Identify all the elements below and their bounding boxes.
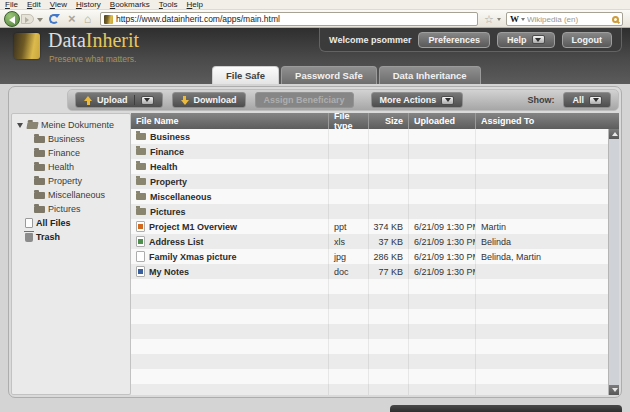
bookmark-star-icon[interactable]: ☆ xyxy=(484,10,494,28)
sidebar-item-pictures[interactable]: Pictures xyxy=(12,202,130,216)
help-button[interactable]: Help xyxy=(497,32,555,48)
assigned-to xyxy=(476,159,608,174)
column-header-uploaded[interactable]: Uploaded xyxy=(409,113,476,129)
upload-label: Upload xyxy=(97,95,128,105)
menu-tools[interactable]: Tools xyxy=(159,0,178,9)
file-type xyxy=(329,189,369,204)
empty-table-row xyxy=(131,309,608,324)
tab-file-safe[interactable]: File Safe xyxy=(212,66,279,84)
folder-icon xyxy=(136,193,146,200)
root-folder-label: Meine Dokumente xyxy=(41,120,114,130)
search-input[interactable] xyxy=(527,15,610,24)
datainherit-logo xyxy=(14,33,40,59)
more-actions-dropdown-icon[interactable] xyxy=(441,96,454,105)
all-files-label: All Files xyxy=(36,218,71,228)
show-filter-dropdown-icon[interactable] xyxy=(589,96,602,105)
show-filter-dropdown[interactable]: All xyxy=(563,92,611,108)
sidebar-item-property[interactable]: Property xyxy=(12,174,130,188)
table-row[interactable]: Address Listxls37 KB6/21/09 1:30 PMBelin… xyxy=(131,234,608,249)
table-row[interactable]: Miscellaneous xyxy=(131,189,608,204)
download-button[interactable]: Download xyxy=(172,92,246,108)
search-icon[interactable] xyxy=(612,16,619,23)
table-row[interactable]: Project M1 Overviewppt374 KB6/21/09 1:30… xyxy=(131,219,608,234)
history-dropdown-icon[interactable] xyxy=(37,18,43,22)
table-row[interactable]: Property xyxy=(131,174,608,189)
sidebar-item-miscellaneous[interactable]: Miscellaneous xyxy=(12,188,130,202)
ppt-icon xyxy=(136,221,145,232)
table-row[interactable]: Finance xyxy=(131,144,608,159)
table-row[interactable]: Health xyxy=(131,159,608,174)
upload-dropdown-icon[interactable] xyxy=(141,96,154,105)
stop-icon[interactable]: × xyxy=(68,10,76,28)
home-icon[interactable]: ⌂ xyxy=(84,10,91,28)
help-dropdown-icon[interactable] xyxy=(532,35,545,44)
scrollbar-up-button[interactable] xyxy=(609,129,619,139)
main-tabs: File SafePassword SafeData Inheritance xyxy=(212,66,481,84)
logout-button[interactable]: Logout xyxy=(562,32,613,48)
assigned-to: Belinda xyxy=(476,234,608,249)
preferences-button[interactable]: Preferences xyxy=(418,32,490,48)
search-engine-dropdown-icon[interactable] xyxy=(521,18,525,21)
browser-navbar: × ⌂ ☆ W xyxy=(0,10,630,28)
sidebar-item-business[interactable]: Business xyxy=(12,132,130,146)
assigned-to xyxy=(476,204,608,219)
forward-button[interactable] xyxy=(21,14,34,24)
column-header-file-name[interactable]: File Name xyxy=(131,113,329,129)
table-row[interactable]: Business xyxy=(131,129,608,144)
empty-table-row xyxy=(131,294,608,309)
scrollbar-down-button[interactable] xyxy=(609,385,619,395)
search-box[interactable]: W xyxy=(506,12,623,26)
refresh-icon[interactable] xyxy=(49,14,59,24)
search-engine-icon[interactable]: W xyxy=(510,14,519,24)
menu-view[interactable]: View xyxy=(50,0,67,9)
sidebar-item-finance[interactable]: Finance xyxy=(12,146,130,160)
file-name: Finance xyxy=(150,147,184,157)
column-header-size[interactable]: Size xyxy=(369,113,409,129)
doc-icon xyxy=(136,266,145,277)
file-size xyxy=(369,159,409,174)
more-actions-button[interactable]: More Actions xyxy=(371,92,464,108)
trash-icon xyxy=(25,233,33,242)
app-header: DataInherit Preserve what matters. Welco… xyxy=(0,28,630,84)
menu-bookmarks[interactable]: Bookmarks xyxy=(110,0,150,9)
assign-beneficiary-label: Assign Beneficiary xyxy=(264,95,345,105)
uploaded-date xyxy=(409,174,476,189)
folder-icon xyxy=(34,136,45,143)
menu-file[interactable]: File xyxy=(5,0,18,9)
column-header-file-type[interactable]: File type xyxy=(329,113,369,129)
column-header-assigned-to[interactable]: Assigned To xyxy=(476,113,619,129)
file-type xyxy=(329,174,369,189)
bookmark-dropdown-icon[interactable] xyxy=(497,18,501,21)
expander-icon[interactable] xyxy=(17,123,23,128)
folder-label: Finance xyxy=(48,148,80,158)
sidebar-item-meine-dokumente[interactable]: Meine Dokumente xyxy=(12,118,130,132)
sidebar-item-trash[interactable]: Trash xyxy=(12,230,130,244)
menu-help[interactable]: Help xyxy=(187,0,203,9)
url-input[interactable] xyxy=(116,14,474,24)
tab-data-inheritance[interactable]: Data Inheritance xyxy=(379,66,481,84)
menu-edit[interactable]: Edit xyxy=(27,0,41,9)
open-folder-icon xyxy=(26,122,38,129)
upload-button[interactable]: Upload xyxy=(75,92,163,108)
table-header: File Name File type Size Uploaded Assign… xyxy=(131,113,619,129)
back-button[interactable] xyxy=(4,11,20,27)
table-scrollbar[interactable] xyxy=(608,129,619,395)
brand-tagline: Preserve what matters. xyxy=(49,54,136,64)
assign-beneficiary-button[interactable]: Assign Beneficiary xyxy=(255,92,354,108)
file-table: File Name File type Size Uploaded Assign… xyxy=(131,113,619,395)
file-type: jpg xyxy=(329,249,369,264)
sidebar-item-all-files[interactable]: All Files xyxy=(12,216,130,230)
file-type xyxy=(329,159,369,174)
table-row[interactable]: My Notesdoc77 KB6/21/09 1:30 PM xyxy=(131,264,608,279)
sidebar-item-health[interactable]: Health xyxy=(12,160,130,174)
browser-menubar: FileEditViewHistoryBookmarksToolsHelp xyxy=(0,0,630,10)
address-bar[interactable] xyxy=(100,12,478,26)
file-name: Pictures xyxy=(150,207,186,217)
assigned-to xyxy=(476,264,608,279)
table-row[interactable]: Family Xmas picturejpg286 KB6/21/09 1:30… xyxy=(131,249,608,264)
menu-history[interactable]: History xyxy=(76,0,101,9)
file-type xyxy=(329,204,369,219)
table-row[interactable]: Pictures xyxy=(131,204,608,219)
empty-table-row xyxy=(131,384,608,395)
tab-password-safe[interactable]: Password Safe xyxy=(281,66,377,84)
